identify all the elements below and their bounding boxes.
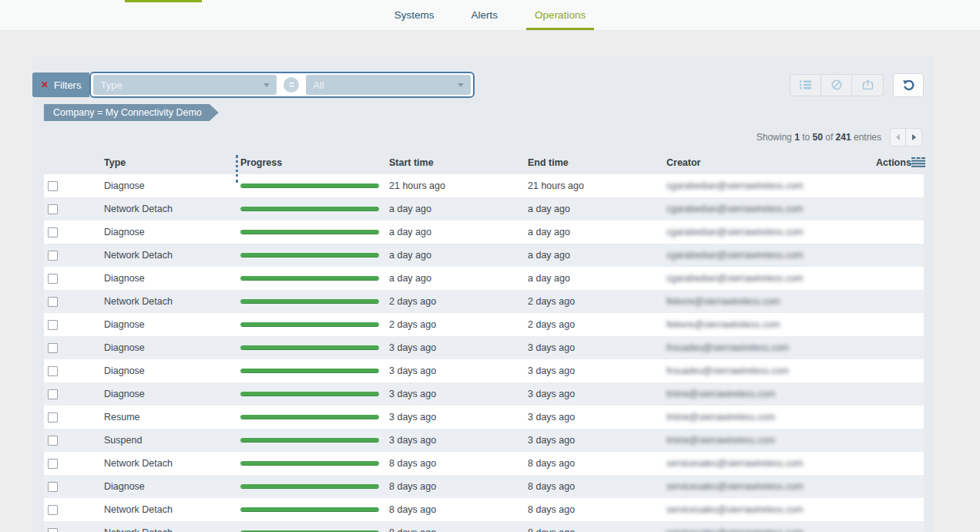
progress-bar [240,276,379,281]
row-start-time: 3 days ago [389,435,528,446]
progress-bar [240,184,379,188]
tab-alerts[interactable]: Alerts [463,0,507,30]
row-checkbox[interactable] [48,181,58,191]
row-creator: tmine@sierrawireless.com [666,435,832,446]
row-type: Network Detach [104,527,240,532]
table-row[interactable]: Diagnose 8 days ago 8 days ago servicesa… [44,475,924,498]
operations-toolbar [790,74,884,96]
progress-bar [240,415,379,419]
filter-value-select[interactable]: All [306,75,471,95]
row-type: Diagnose [104,227,240,237]
table-body: Diagnose 21 hours ago 21 hours ago cgara… [44,174,924,532]
row-creator: cgarabedian@sierrawireless.com [666,204,832,214]
progress-bar [240,392,379,396]
row-creator: tmine@sierrawireless.com [666,389,832,399]
filter-chip-company[interactable]: Company = My Connectivity Demo [44,104,219,121]
table-row[interactable]: Suspend 3 days ago 3 days ago tmine@sier… [44,429,924,452]
row-start-time: 3 days ago [389,365,528,376]
progress-bar [240,345,379,350]
row-creator: frouadeu@sierrawireless.com [666,365,832,376]
list-view-button[interactable] [790,75,821,96]
row-start-time: 8 days ago [389,527,528,532]
ban-icon [831,79,842,90]
row-checkbox[interactable] [48,436,58,446]
header-creator[interactable]: Creator [666,157,832,168]
table-row[interactable]: Diagnose a day ago a day ago cgarabedian… [44,221,924,244]
row-end-time: 3 days ago [528,342,666,353]
operations-panel: ✕ Filters Type = All [32,56,933,532]
clear-filters-icon[interactable]: ✕ [41,80,49,89]
row-checkbox[interactable] [48,204,58,214]
row-start-time: 21 hours ago [389,180,528,191]
progress-bar [240,461,379,466]
export-button[interactable] [852,75,883,96]
table-row[interactable]: Diagnose 21 hours ago 21 hours ago cgara… [44,174,924,197]
header-actions[interactable]: Actions [832,157,930,168]
row-end-time: 8 days ago [528,527,666,532]
header-type[interactable]: Type [104,157,240,168]
table-row[interactable]: Network Detach a day ago a day ago cgara… [44,197,924,221]
row-start-time: 3 days ago [389,342,528,353]
header-end-time[interactable]: End time [528,157,666,168]
row-end-time: a day ago [528,250,666,261]
row-checkbox[interactable] [48,297,58,307]
filter-field-value: Type [100,79,122,91]
row-creator: cgarabedian@sierrawireless.com [666,273,832,284]
prev-page-button[interactable] [891,129,906,146]
table-row[interactable]: Network Detach 2 days ago 2 days ago fel… [44,290,924,313]
row-type: Diagnose [104,342,240,353]
columns-settings-icon[interactable] [911,157,925,167]
table-row[interactable]: Resume 3 days ago 3 days ago tmine@sierr… [44,406,924,429]
row-creator: servicesales@sierrawireless.com [666,527,832,532]
row-end-time: 3 days ago [528,365,666,376]
row-checkbox[interactable] [48,389,58,399]
refresh-button[interactable] [893,73,924,97]
row-checkbox[interactable] [48,366,58,376]
table-row[interactable]: Network Detach 8 days ago 8 days ago ser… [44,498,924,521]
row-type: Network Detach [104,504,240,515]
filter-field-select[interactable]: Type [93,75,277,95]
row-checkbox[interactable] [48,251,58,261]
row-type: Diagnose [104,319,240,330]
row-checkbox[interactable] [48,320,58,330]
row-end-time: 21 hours ago [528,180,666,191]
header-start-time[interactable]: Start time [389,157,528,168]
row-start-time: 8 days ago [389,481,528,492]
tab-systems[interactable]: Systems [386,0,443,30]
table-row[interactable]: Diagnose a day ago a day ago cgarabedian… [44,267,924,290]
table-row[interactable]: Diagnose 3 days ago 3 days ago frouadeu@… [44,336,924,359]
row-creator: frouadeu@sierrawireless.com [666,342,832,353]
table-row[interactable]: Diagnose 3 days ago 3 days ago tmine@sie… [44,382,924,406]
next-page-button[interactable] [906,129,921,146]
row-start-time: a day ago [389,273,528,284]
row-checkbox[interactable] [48,505,58,515]
row-start-time: 8 days ago [389,458,528,469]
header-progress[interactable]: Progress [240,157,389,168]
table-row[interactable]: Diagnose 3 days ago 3 days ago frouadeu@… [44,359,924,382]
row-checkbox[interactable] [48,227,58,237]
table-row[interactable]: Diagnose 2 days ago 2 days ago felevre@s… [44,313,924,336]
table-row[interactable]: Network Detach 8 days ago 8 days ago ser… [44,521,924,532]
table-row[interactable]: Network Detach a day ago a day ago cgara… [44,244,924,267]
table-row[interactable]: Network Detach 8 days ago 8 days ago ser… [44,452,924,475]
filter-group: Type = All [89,72,475,98]
tab-operations[interactable]: Operations [526,0,594,30]
row-checkbox[interactable] [48,274,58,284]
progress-bar [240,207,379,211]
row-checkbox[interactable] [48,482,58,492]
row-type: Network Detach [104,250,240,261]
progress-bar [240,369,379,373]
export-icon [862,79,874,90]
row-checkbox[interactable] [48,412,58,423]
column-resize-handle[interactable] [236,155,238,183]
row-checkbox[interactable] [48,459,58,469]
cancel-operation-button[interactable] [821,75,852,96]
row-type: Suspend [104,435,240,446]
row-type: Resume [104,412,240,423]
row-creator: felevre@sierrawireless.com [666,296,832,307]
row-creator: felevre@sierrawireless.com [666,319,832,330]
row-type: Network Detach [104,458,240,469]
row-checkbox[interactable] [48,528,58,532]
operations-table: Type Progress Start time End time Creato… [44,150,924,532]
row-checkbox[interactable] [48,343,58,353]
